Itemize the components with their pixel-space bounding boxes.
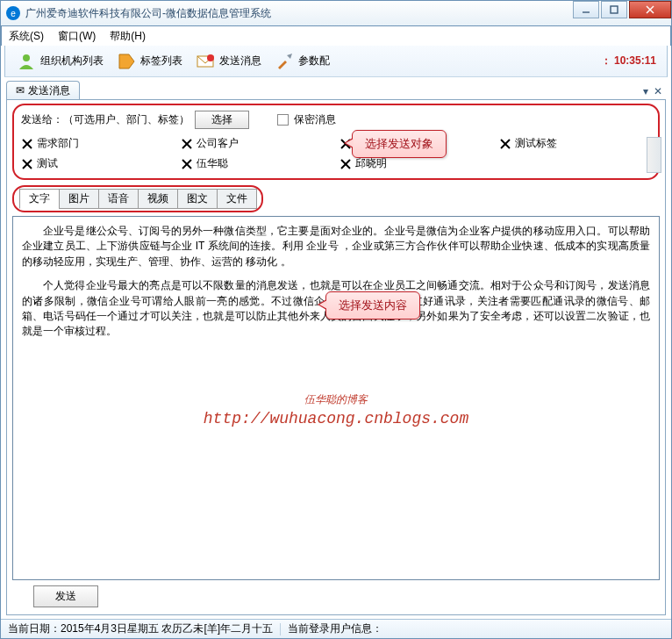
target-tag-label: 需求部门	[37, 136, 79, 151]
watermark: 伍华聪的博客 http://wuhuacong.cnblogs.com	[204, 392, 468, 430]
target-tag: 测试	[21, 156, 174, 171]
message-editor[interactable]: 企业号是继公众号、订阅号的另外一种微信类型，它主要是面对企业的。企业号是微信为企…	[12, 216, 660, 580]
tag-list-label: 标签列表	[140, 54, 182, 68]
menu-help[interactable]: 帮助(H)	[110, 29, 146, 44]
svg-point-6	[207, 54, 214, 61]
callout-select-target: 选择发送对象	[352, 130, 447, 158]
svg-rect-1	[611, 6, 618, 13]
send-button[interactable]: 发送	[33, 585, 98, 607]
org-list-label: 组织机构列表	[40, 54, 104, 68]
app-icon: e	[6, 6, 20, 20]
tab-close-icon[interactable]: ✕	[654, 85, 662, 97]
tools-icon	[274, 51, 295, 72]
maximize-button[interactable]	[601, 1, 627, 18]
svg-point-4	[23, 54, 30, 61]
window-title: 广州爱奇迪软件科技有限公司-微信数据信息管理系统	[25, 6, 571, 21]
target-tag-label: 测试标签	[515, 136, 557, 151]
content-tab-文字[interactable]: 文字	[19, 189, 60, 209]
target-tag-label: 测试	[37, 156, 58, 171]
target-tag: 公司客户	[181, 136, 333, 151]
tag-icon	[116, 51, 137, 72]
secret-checkbox[interactable]	[277, 114, 289, 126]
clock-time: 10:35:11	[614, 54, 656, 67]
content-tab-语音[interactable]: 语音	[98, 189, 139, 209]
params-label: 参数配	[298, 54, 330, 68]
minimize-button[interactable]	[573, 1, 599, 18]
target-tag: 测试标签	[499, 136, 652, 151]
menu-bar: 系统(S) 窗口(W) 帮助(H)	[1, 26, 671, 46]
envelope-icon	[195, 51, 216, 72]
select-target-button[interactable]: 选择	[195, 111, 249, 129]
editor-paragraph: 企业号是继公众号、订阅号的另外一种微信类型，它主要是面对企业的。企业号是微信为企…	[22, 224, 650, 269]
watermark-name: 伍华聪的博客	[204, 392, 468, 407]
target-tag: 邱晓明	[340, 156, 492, 171]
remove-tag-icon[interactable]	[181, 158, 193, 170]
remove-tag-icon[interactable]	[340, 158, 352, 170]
menu-window[interactable]: 窗口(W)	[58, 29, 96, 44]
status-bar: 当前日期：2015年4月3日星期五 农历乙未[羊]年二月十五 当前登录用户信息：	[1, 619, 671, 638]
document-tabstrip: ✉ 发送消息 ▾ ✕	[6, 81, 666, 100]
menu-system[interactable]: 系统(S)	[9, 29, 44, 44]
send-message-label: 发送消息	[219, 54, 261, 68]
targets-scrollbar[interactable]	[647, 137, 661, 173]
time-sep: ：	[601, 54, 611, 67]
tab-envelope-icon: ✉	[16, 84, 25, 97]
watermark-url: http://wuhuacong.cnblogs.com	[204, 407, 468, 430]
remove-tag-icon[interactable]	[21, 158, 33, 170]
toolbar: 组织机构列表 标签列表 发送消息 参数配 ： 10:35:11	[4, 46, 668, 77]
send-message-button[interactable]: 发送消息	[189, 49, 267, 74]
content-tab-图文[interactable]: 图文	[177, 189, 218, 209]
org-list-button[interactable]: 组织机构列表	[11, 49, 109, 74]
target-tag: 需求部门	[21, 136, 174, 151]
remove-tag-icon[interactable]	[499, 138, 511, 150]
secret-label: 保密消息	[294, 112, 336, 127]
remove-tag-icon[interactable]	[21, 138, 33, 150]
panel-body: 发送给：（可选用户、部门、标签） 选择 保密消息 需求部门公司客户默认标签测试标…	[6, 100, 666, 615]
status-date: 当前日期：2015年4月3日星期五 农历乙未[羊]年二月十五	[8, 621, 273, 636]
target-tag: 伍华聪	[181, 156, 333, 171]
tab-send-message[interactable]: ✉ 发送消息	[6, 81, 80, 99]
tab-dropdown-icon[interactable]: ▾	[643, 85, 648, 97]
target-tag-label: 邱晓明	[355, 156, 387, 171]
remove-tag-icon[interactable]	[181, 138, 193, 150]
tab-label: 发送消息	[28, 83, 70, 98]
target-tag-label: 伍华聪	[197, 156, 228, 171]
send-target-group: 发送给：（可选用户、部门、标签） 选择 保密消息 需求部门公司客户默认标签测试标…	[12, 104, 660, 180]
content-tab-视频[interactable]: 视频	[138, 189, 178, 209]
content-tab-图片[interactable]: 图片	[59, 189, 99, 209]
status-user: 当前登录用户信息：	[288, 621, 664, 636]
content-type-group: 文字图片语音视频图文文件	[12, 185, 263, 212]
window-titlebar: e 广州爱奇迪软件科技有限公司-微信数据信息管理系统	[0, 0, 672, 26]
send-to-label: 发送给：（可选用户、部门、标签）	[21, 112, 189, 127]
user-icon	[16, 51, 37, 72]
target-tag-label: 公司客户	[197, 136, 239, 151]
tag-list-button[interactable]: 标签列表	[111, 49, 188, 74]
params-button[interactable]: 参数配	[268, 49, 335, 74]
callout-select-content: 选择发送内容	[325, 291, 420, 320]
close-button[interactable]	[629, 1, 671, 18]
content-tab-文件[interactable]: 文件	[217, 189, 257, 209]
